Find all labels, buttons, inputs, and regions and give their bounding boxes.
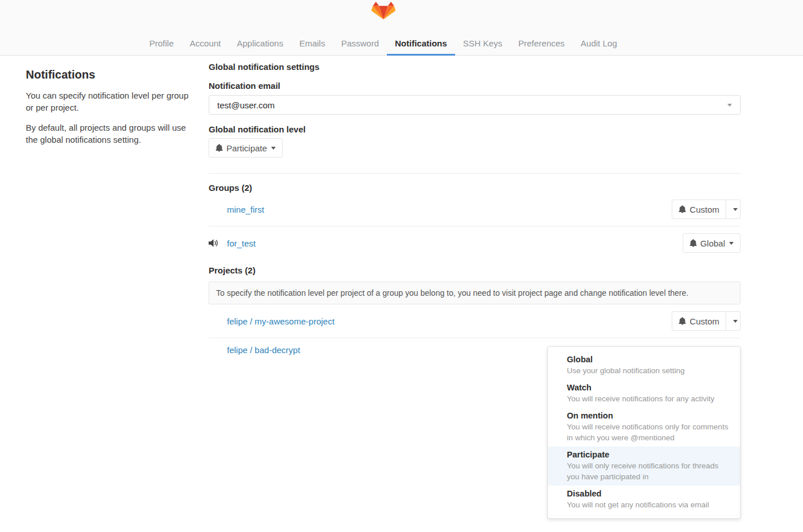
header: Profile Account Applications Emails Pass… (0, 0, 803, 56)
main-panel: Global notification settings Notificatio… (209, 56, 741, 362)
tab-applications[interactable]: Applications (229, 32, 291, 56)
group-icon-slot (209, 239, 227, 247)
tab-audit-log[interactable]: Audit Log (573, 32, 625, 56)
projects-notice: To specify the notification level per pr… (209, 281, 741, 304)
dropdown-item-title: Participate (567, 449, 731, 460)
notification-email-value: test@user.com (217, 100, 275, 110)
dropdown-item-on-mention[interactable]: On mention You will receive notification… (548, 408, 740, 447)
group-level-button[interactable]: Global (683, 233, 741, 253)
caret-down-icon (729, 242, 734, 245)
dropdown-item-desc: You will receive notifications for any a… (567, 393, 731, 404)
dropdown-item-title: On mention (567, 410, 731, 421)
project-level-button[interactable]: Custom (672, 311, 726, 331)
dropdown-item-participate[interactable]: Participate You will only receive notifi… (548, 447, 740, 486)
tab-emails[interactable]: Emails (291, 32, 333, 56)
project-level-value: Custom (690, 316, 719, 326)
global-level-label: Global notification level (209, 124, 741, 134)
project-level-split-button: Custom (672, 311, 741, 331)
notification-email-label: Notification email (209, 81, 741, 91)
sidebar-paragraph: By default, all projects and groups will… (26, 122, 189, 146)
project-row-my-awesome-project: felipe / my-awesome-project Custom (209, 304, 741, 338)
caret-down-icon (727, 104, 732, 107)
profile-nav-tabs: Profile Account Applications Emails Pass… (0, 32, 766, 56)
tab-account[interactable]: Account (182, 32, 229, 56)
group-level-value: Global (700, 238, 725, 248)
content: Notifications You can specify notificati… (0, 56, 803, 362)
projects-section-title: Projects (2) (209, 265, 741, 275)
group-level-button[interactable]: Custom (672, 200, 726, 219)
notification-email-select[interactable]: test@user.com (209, 95, 741, 115)
caret-down-icon (733, 320, 738, 323)
dropdown-item-desc: You will receive notifications only for … (567, 421, 731, 443)
dropdown-item-title: Watch (567, 382, 731, 393)
groups-section-title: Groups (2) (209, 183, 741, 193)
divider (209, 173, 741, 174)
tab-preferences[interactable]: Preferences (510, 32, 573, 56)
gitlab-tanuki-logo-icon[interactable] (371, 1, 395, 20)
dropdown-item-desc: Use your global notification setting (567, 365, 731, 376)
tab-password[interactable]: Password (333, 32, 387, 56)
project-link-my-awesome-project[interactable]: felipe / my-awesome-project (227, 316, 335, 326)
group-level-value: Custom (690, 205, 719, 214)
project-level-caret-button[interactable] (726, 311, 741, 331)
sidebar-description: Notifications You can specify notificati… (26, 56, 189, 362)
project-link-bad-decrypt[interactable]: felipe / bad-decrypt (227, 345, 300, 355)
volume-up-icon (209, 239, 219, 247)
tab-ssh-keys[interactable]: SSH Keys (455, 32, 510, 56)
bell-icon (690, 239, 697, 247)
dropdown-item-desc: You will not get any notifications via e… (567, 499, 731, 510)
global-level-value: Participate (226, 143, 267, 153)
group-row-mine-first: mine_first Custom (209, 193, 741, 226)
bell-icon (216, 144, 223, 152)
sidebar-paragraph: You can specify notification level per g… (26, 89, 189, 114)
group-level-split-button: Custom (672, 200, 741, 219)
logo-wrap (0, 1, 766, 20)
dropdown-item-disabled[interactable]: Disabled You will not get any notificati… (548, 486, 740, 514)
group-level-caret-button[interactable] (726, 200, 741, 219)
group-link-mine-first[interactable]: mine_first (227, 205, 264, 214)
dropdown-item-title: Global (567, 354, 731, 365)
page: Profile Account Applications Emails Pass… (0, 0, 803, 532)
dropdown-item-watch[interactable]: Watch You will receive notifications for… (548, 380, 740, 408)
dropdown-item-desc: You will only receive notifications for … (567, 460, 731, 482)
caret-down-icon (271, 147, 276, 150)
groups-list: mine_first Custom (209, 193, 741, 260)
tab-notifications[interactable]: Notifications (387, 32, 455, 56)
group-row-for-test: for_test Global (209, 226, 741, 260)
notification-level-dropdown-menu: Global Use your global notification sett… (547, 346, 741, 519)
caret-down-icon (733, 208, 738, 211)
global-settings-title: Global notification settings (209, 62, 741, 72)
bell-icon (679, 205, 686, 213)
dropdown-item-global[interactable]: Global Use your global notification sett… (548, 351, 740, 380)
group-link-for-test[interactable]: for_test (227, 238, 256, 248)
global-level-button[interactable]: Participate (209, 138, 283, 158)
dropdown-item-title: Disabled (567, 488, 731, 499)
bell-icon (679, 317, 686, 325)
tab-profile[interactable]: Profile (142, 32, 182, 56)
page-title: Notifications (26, 68, 189, 81)
